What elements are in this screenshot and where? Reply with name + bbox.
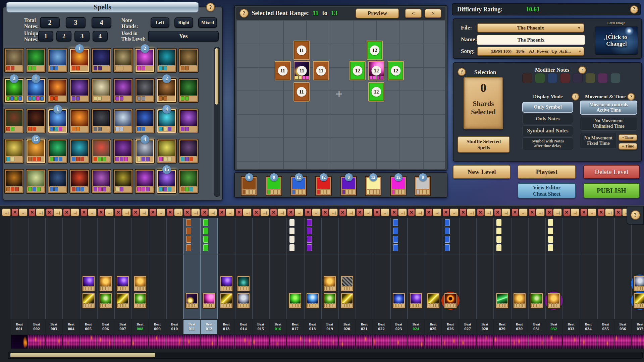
beat-grid-tile[interactable]: 12 [367,41,383,60]
spells-help-icon[interactable]: ? [206,3,215,12]
beat-delete-button[interactable]: ✕ [80,208,88,216]
timeline-note-block[interactable] [496,236,501,243]
timeline-spell-helmet[interactable] [237,293,250,309]
spell-card[interactable] [157,139,177,164]
new-level-button[interactable]: New Level [453,165,511,179]
beat-advance-button[interactable]: →| [208,208,217,216]
beat-advance-button[interactable]: →| [553,208,562,216]
spell-card[interactable]: 15 [26,139,46,164]
beat-grid-tile[interactable]: 12 [368,61,384,80]
beat-advance-button[interactable]: →| [105,208,114,216]
timeline-beat-column[interactable] [614,218,631,319]
beat-advance-button[interactable]: →| [364,208,372,216]
next-beat-button[interactable]: > [425,9,441,18]
timeline-beat-column[interactable] [459,218,476,319]
timeline-beat-column[interactable] [252,218,269,319]
timeline-spell-purple-lightning[interactable] [220,276,233,292]
playtest-button[interactable]: Playtest [518,165,576,179]
publish-button[interactable]: PUBLISH [583,183,640,198]
spell-card[interactable]: 15 [157,169,177,194]
beat-advance-button[interactable]: →| [88,208,97,216]
beat-editor-help-icon[interactable]: ? [239,9,249,18]
spell-card[interactable] [48,78,68,103]
timeline-note-block[interactable] [289,219,294,226]
spell-card[interactable] [113,78,133,103]
beat-advance-button[interactable]: →| [467,208,476,216]
beat-advance-button[interactable]: →| [70,208,79,216]
beat-label[interactable]: Beat035 [597,320,614,334]
beat-advance-button[interactable]: →| [260,208,269,216]
beat-note-grid[interactable]: + 11111111111212121212 [236,20,445,169]
timeline-note-block[interactable] [307,244,312,251]
beat-delete-button[interactable]: ✕ [132,208,139,216]
beat-delete-button[interactable]: ✕ [167,208,174,216]
timeline-advance-button[interactable]: →| [2,208,11,216]
timeline-beat-column[interactable] [269,218,286,319]
timeline-note-block[interactable] [548,219,553,226]
beat-label[interactable]: Beat026 [442,320,459,334]
spell-card[interactable] [178,109,199,133]
display-mode-option[interactable]: Symbol and Notes [522,125,573,136]
beat-advance-button[interactable]: →| [484,208,493,216]
timeline-scrollbar-thumb[interactable] [10,353,155,357]
beat-label[interactable]: Beat001 [11,320,28,334]
timeline-note-block[interactable] [445,244,450,251]
spell-card[interactable] [69,169,90,194]
beat-delete-button[interactable]: ✕ [29,208,36,216]
beat-label[interactable]: Beat037 [632,320,644,334]
view-cheat-sheet-button[interactable]: View Editor Cheat Sheet [518,183,576,198]
timeline-spell-purple-lightning[interactable] [82,276,95,292]
display-mode-option[interactable]: Only Symbol [522,102,573,113]
timeline-spell-shield[interactable] [133,276,147,292]
timeline-beat-column[interactable] [562,218,580,319]
spell-card[interactable] [69,139,90,164]
spell-card[interactable] [91,78,111,103]
spells-scrollbar-thumb[interactable] [215,48,218,105]
beat-advance-button[interactable]: →| [140,208,148,216]
timeline-beat-column[interactable] [373,218,390,319]
beat-delete-button[interactable]: ✕ [63,208,70,216]
spells-scrollbar-track[interactable] [214,47,220,197]
movement-time-option[interactable]: No Movement Unlimited Time [580,117,637,131]
palette-card[interactable]: 8 [266,176,282,196]
beat-grid-tile[interactable]: 12 [388,61,404,80]
beat-advance-button[interactable]: →| [415,208,424,216]
spell-card[interactable] [91,169,111,194]
spell-card[interactable] [69,109,90,133]
spell-card[interactable] [178,48,199,73]
modifier-note-swatch[interactable] [547,73,557,83]
filter-total-notes-2[interactable]: 2 [40,17,60,28]
spell-card[interactable]: 1 [48,109,68,133]
beat-delete-button[interactable]: ✕ [512,208,519,216]
timeline-note-block[interactable] [289,236,294,243]
timeline-spell-reaper[interactable] [237,276,250,292]
spell-card[interactable]: 4 [157,109,177,133]
spell-card[interactable] [178,169,199,194]
beat-label[interactable]: Beat030 [511,320,528,334]
beat-grid-tile[interactable]: 12 [350,61,366,80]
display-mode-option[interactable]: Symbol with Notes after time delay [522,137,573,150]
beat-label[interactable]: Beat015 [253,320,269,334]
timeline-spell-yellow-axe[interactable] [340,293,354,309]
timeline-beat-column[interactable] [62,218,79,319]
beat-delete-button[interactable]: ✕ [494,208,501,216]
palette-card[interactable]: 8 [241,176,257,196]
filter-total-notes-3[interactable]: 3 [66,17,86,28]
timeline-note-block[interactable] [186,228,191,234]
beat-advance-button[interactable]: →| [536,208,545,216]
beat-delete-button[interactable]: ✕ [373,208,380,216]
spell-card[interactable] [26,169,46,194]
beat-label[interactable]: Beat006 [97,320,114,334]
beat-label[interactable]: Beat008 [132,320,148,334]
beat-delete-button[interactable]: ✕ [425,208,432,216]
timeline-spell-bomb[interactable] [185,293,199,309]
spell-card[interactable] [113,139,133,164]
filter-total-notes-4[interactable]: 4 [92,17,111,28]
filter-unique-notes-1[interactable]: 1 [38,31,53,42]
beat-label[interactable]: Beat022 [373,320,389,334]
timeline-note-block[interactable] [393,244,398,251]
beat-advance-button[interactable]: →| [381,208,389,216]
palette-card[interactable]: 12 [290,176,307,196]
beat-label[interactable]: Beat025 [425,320,441,334]
beat-label[interactable]: Beat019 [321,320,338,334]
